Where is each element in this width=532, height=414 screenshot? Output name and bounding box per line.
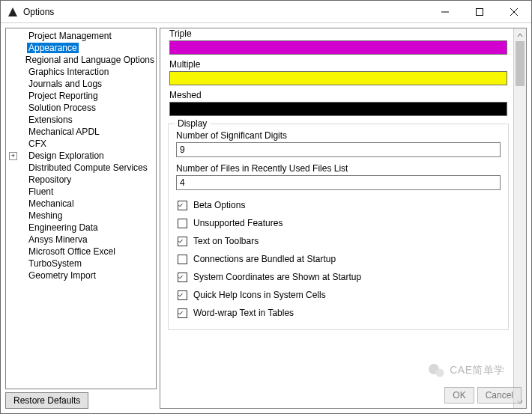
tree-item-label: Appearance xyxy=(27,43,79,53)
checkbox-row: Quick Help Icons in System Cells xyxy=(178,286,501,304)
ok-button[interactable]: OK xyxy=(444,387,474,404)
expand-icon[interactable]: + xyxy=(9,152,17,160)
tree-item-label: Fluent xyxy=(27,186,55,197)
checkbox[interactable] xyxy=(178,273,187,282)
svg-rect-1 xyxy=(477,8,483,15)
tree-item[interactable]: Microsoft Office Excel xyxy=(6,246,156,258)
tree-item[interactable]: Ansys Minerva xyxy=(6,234,156,246)
tree-item-label: Geometry Import xyxy=(27,270,97,281)
tree-line xyxy=(19,198,27,210)
tree-line xyxy=(19,162,27,174)
vertical-scrollbar[interactable] xyxy=(513,28,526,408)
checkbox-label: Quick Help Icons in System Cells xyxy=(193,290,326,300)
tree-line xyxy=(19,270,27,281)
checkbox-row: Unsupported Features xyxy=(178,214,501,232)
color-swatch[interactable] xyxy=(169,102,507,116)
tree-item-label: Microsoft Office Excel xyxy=(27,246,117,257)
tree-item-label: TurboSystem xyxy=(27,258,83,269)
colors-area: TripleMultipleMeshed xyxy=(168,28,509,116)
tree-line xyxy=(19,246,27,258)
maximize-icon xyxy=(476,8,483,16)
tree-item-label: Extensions xyxy=(27,115,74,125)
checkbox[interactable] xyxy=(178,201,187,210)
chevron-up-icon xyxy=(517,32,523,38)
tree-line xyxy=(19,126,27,138)
check-icon xyxy=(178,273,183,281)
restore-defaults-label: Restore Defaults xyxy=(13,395,80,406)
tree-item-label: Regional and Language Options xyxy=(24,55,156,65)
tree-item[interactable]: Meshing xyxy=(6,210,156,222)
tree-item[interactable]: Mechanical xyxy=(6,198,156,210)
recent-files-field: Number of Files in Recently Used Files L… xyxy=(176,163,501,190)
tree-line xyxy=(18,54,24,66)
tree-item[interactable]: Fluent xyxy=(6,186,156,198)
display-legend: Display xyxy=(175,118,210,129)
check-icon xyxy=(178,291,183,299)
tree-item[interactable]: Extensions xyxy=(6,114,156,126)
tree-item[interactable]: Regional and Language Options xyxy=(6,54,156,66)
color-swatch[interactable] xyxy=(169,71,507,85)
minimize-button[interactable] xyxy=(428,1,462,23)
checkbox-label: Word-wrap Text in Tables xyxy=(193,308,294,318)
tree-line xyxy=(19,138,27,150)
tree-item-label: Project Reporting xyxy=(27,91,100,101)
checkbox[interactable] xyxy=(178,290,187,300)
tree-line xyxy=(19,222,27,234)
checkbox[interactable] xyxy=(178,255,187,264)
checkbox[interactable] xyxy=(178,219,187,228)
close-button[interactable] xyxy=(497,1,531,23)
tree-item[interactable]: TurboSystem xyxy=(6,258,156,270)
display-group: Display Number of Significant Digits Num… xyxy=(168,124,509,330)
color-label: Multiple xyxy=(169,59,507,70)
significant-digits-label: Number of Significant Digits xyxy=(176,130,501,141)
tree-line xyxy=(19,174,27,186)
checkbox-label: Beta Options xyxy=(193,200,245,210)
scroll-thumb[interactable] xyxy=(516,41,525,86)
tree-item[interactable]: Geometry Import xyxy=(6,270,156,281)
scroll-up-button[interactable] xyxy=(514,28,526,41)
cancel-button[interactable]: Cancel xyxy=(477,387,522,404)
checkbox[interactable] xyxy=(178,308,187,318)
tree-line xyxy=(19,66,27,78)
checkbox-row: Text on Toolbars xyxy=(178,232,501,250)
tree-item[interactable]: Repository xyxy=(6,174,156,186)
tree-item[interactable]: Engineering Data xyxy=(6,222,156,234)
tree-item[interactable]: Journals and Logs xyxy=(6,78,156,90)
category-pane: Project ManagementAppearanceRegional and… xyxy=(5,28,157,409)
maximize-button[interactable] xyxy=(462,1,497,23)
tree-item-label: Ansys Minerva xyxy=(27,234,89,245)
check-icon xyxy=(178,201,183,210)
tree-item-label: Mechanical xyxy=(27,198,76,209)
tree-item-label: Engineering Data xyxy=(27,222,100,233)
tree-item-label: Meshing xyxy=(27,210,64,221)
tree-item-label: Distributed Compute Services xyxy=(27,162,149,173)
tree-item[interactable]: Graphics Interaction xyxy=(6,66,156,78)
color-swatch[interactable] xyxy=(169,40,507,55)
tree-item[interactable]: Distributed Compute Services xyxy=(6,162,156,174)
tree-item[interactable]: CFX xyxy=(6,138,156,150)
checkbox-list: Beta OptionsUnsupported FeaturesText on … xyxy=(176,196,501,322)
content-pane: TripleMultipleMeshed Display Number of S… xyxy=(160,28,527,409)
tree-item-label: Project Management xyxy=(27,31,113,41)
significant-digits-input[interactable] xyxy=(176,142,501,157)
recent-files-input[interactable] xyxy=(176,175,501,190)
color-label: Meshed xyxy=(169,90,507,100)
tree-item[interactable]: Appearance xyxy=(6,42,156,54)
tree-item-label: Repository xyxy=(27,174,73,185)
tree-item[interactable]: Solution Process xyxy=(6,102,156,114)
tree-line xyxy=(19,30,27,42)
window-title: Options xyxy=(23,7,54,17)
tree-line xyxy=(19,90,27,102)
tree-item[interactable]: Mechanical APDL xyxy=(6,126,156,138)
tree-item-label: Graphics Interaction xyxy=(27,67,110,77)
checkbox[interactable] xyxy=(178,237,187,246)
category-tree[interactable]: Project ManagementAppearanceRegional and… xyxy=(5,28,157,389)
tree-item[interactable]: Project Reporting xyxy=(6,90,156,102)
restore-defaults-button[interactable]: Restore Defaults xyxy=(5,392,88,409)
tree-line xyxy=(19,78,27,90)
app-icon xyxy=(7,6,19,18)
tree-item[interactable]: Project Management xyxy=(6,30,156,42)
tree-line xyxy=(19,42,27,54)
tree-item[interactable]: +Design Exploration xyxy=(6,150,156,162)
scroll-track[interactable] xyxy=(514,41,526,395)
